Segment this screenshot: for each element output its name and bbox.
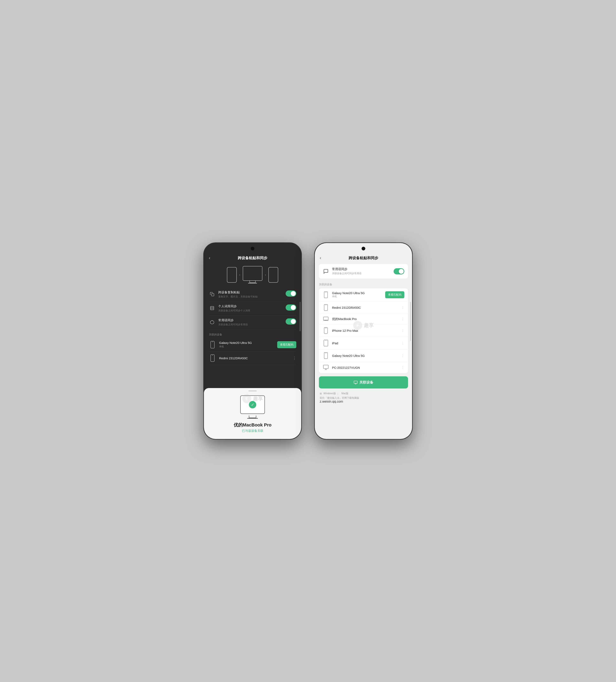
left-phone: ‹ 跨设备粘贴和同步 ‹ ›	[203, 243, 302, 439]
footer-area: ⊞ Windows版 | Mac版 前往「微信输入法」官网下载电脑版 z.wei…	[319, 392, 408, 404]
right-ipad-label: iPad	[332, 341, 398, 345]
left-galaxy-label: Galaxy Note20 Ultra 5G	[219, 341, 274, 344]
windows-label: Windows版	[324, 392, 336, 395]
left-redmi-more-icon[interactable]: ⋮	[292, 356, 296, 360]
svg-rect-11	[324, 304, 328, 311]
right-phone: ‹ 跨设备粘贴和同步 F 趣享 常用语同步	[314, 243, 413, 439]
svg-rect-18	[324, 340, 328, 346]
right-ipad-more-icon[interactable]: ⋮	[401, 341, 404, 345]
footer-note: 前往「微信输入法」官网下载电脑版	[320, 396, 407, 400]
monitor-outline	[243, 266, 262, 281]
svg-point-4	[212, 320, 212, 321]
right-phrase-icon	[323, 268, 329, 275]
footer-url[interactable]: z.weixin.qq.com	[320, 400, 407, 404]
popup-device-status: 已与该设备关联	[209, 429, 296, 433]
right-phone-screen: ‹ 跨设备粘贴和同步 F 趣享 常用语同步	[315, 243, 412, 439]
right-redmi-label: Redmi 2312DRA50C	[332, 306, 398, 309]
right-redmi-more-icon[interactable]: ⋮	[401, 306, 404, 310]
right-phone-notch	[362, 247, 365, 250]
right-pc-label: PC-20221227VUGN	[332, 366, 398, 369]
cross-paste-toggle[interactable]	[286, 291, 296, 297]
right-phrase-card: 常用语同步 关联设备之间可同步常用语	[319, 264, 408, 278]
phone-outline-small2	[268, 267, 278, 283]
svg-rect-9	[324, 292, 328, 298]
left-match-code-button[interactable]: 查看匹配码	[277, 341, 296, 348]
vocab-sync-desc: 关联设备之间可同步个人词库	[218, 309, 283, 313]
popup-monitor-stand	[249, 415, 256, 418]
right-device-list-card: Galaxy Note20 Ultra 5G 本机 查看匹配码	[319, 289, 408, 373]
left-devices-section-label: 关联的设备	[209, 329, 296, 338]
right-device-macbook: 优的MacBook Pro ⋮	[319, 314, 408, 324]
right-iphone-label: iPhone 12 Pro Max	[332, 329, 398, 332]
right-device-ipad: iPad ⋮	[319, 337, 408, 349]
svg-rect-1	[211, 306, 214, 310]
link-device-button[interactable]: 关联设备	[319, 376, 408, 388]
left-header-title: 跨设备粘贴和同步	[238, 255, 267, 260]
right-phone-device-icon	[268, 267, 278, 283]
right-iphone-more-icon[interactable]: ⋮	[401, 329, 404, 333]
right-iphone-name: iPhone 12 Pro Max	[332, 329, 398, 332]
link-device-btn-icon	[354, 381, 358, 385]
left-back-button[interactable]: ‹	[209, 255, 210, 261]
right-galaxy2-label: Galaxy Note20 Ultra 5G	[332, 354, 398, 358]
phones-container: ‹ 跨设备粘贴和同步 ‹ ›	[203, 243, 413, 439]
left-device-redmi: Redmi 2312DRA50C ⋮	[209, 351, 296, 365]
right-pc-more-icon[interactable]: ⋮	[401, 366, 404, 369]
right-macbook-name: 优的MacBook Pro	[332, 317, 398, 321]
phrase-sync-toggle[interactable]	[286, 318, 296, 324]
left-redmi-icon	[209, 354, 216, 362]
right-phrase-toggle[interactable]	[394, 268, 404, 274]
cross-paste-text: 跨设备复制粘贴 复制文字、图片后，关联设备可粘贴	[218, 291, 283, 298]
right-pc-name: PC-20221227VUGN	[332, 366, 398, 369]
right-device-galaxy2: Galaxy Note20 Ultra 5G ⋮	[319, 349, 408, 362]
check-circle-icon: ✓	[249, 401, 256, 408]
right-scrollbar	[410, 302, 411, 341]
left-galaxy-icon	[209, 341, 216, 348]
footer-links: ⊞ Windows版 | Mac版	[320, 392, 407, 395]
right-galaxy-main-label: Galaxy Note20 Ultra 5G	[332, 291, 382, 295]
cross-paste-desc: 复制文字、图片后，关联设备可粘贴	[218, 295, 283, 298]
right-content: 常用语同步 关联设备之间可同步常用语 关联的设备	[315, 264, 412, 404]
left-arrow-icon: ‹	[239, 273, 240, 277]
right-match-code-button[interactable]: 查看匹配码	[385, 291, 404, 298]
svg-rect-0	[212, 294, 214, 296]
monitor-base	[248, 283, 257, 283]
right-galaxy2-icon	[323, 352, 329, 359]
svg-rect-22	[324, 365, 328, 368]
popup-monitor: ✓	[240, 395, 265, 414]
cross-paste-item: 跨设备复制粘贴 复制文字、图片后，关联设备可粘贴	[209, 288, 296, 301]
right-galaxy2-name: Galaxy Note20 Ultra 5G	[332, 354, 398, 358]
right-arrow-icon: ›	[265, 273, 266, 277]
left-device-galaxy: Galaxy Note20 Ultra 5G 本机 查看匹配码	[209, 338, 296, 351]
right-phrase-card-desc: 关联设备之间可同步常用语	[332, 272, 391, 275]
right-back-button[interactable]: ‹	[320, 255, 321, 261]
right-iphone-icon	[323, 327, 329, 334]
mac-label: Mac版	[341, 392, 349, 395]
phrase-sync-text: 常用语同步 关联设备之间可同步常用语	[218, 318, 283, 326]
phone-outline-small	[227, 267, 237, 283]
vocab-sync-label: 个人词库同步	[218, 304, 283, 308]
right-device-galaxy-main: Galaxy Note20 Ultra 5G 本机 查看匹配码	[319, 289, 408, 301]
right-device-iphone: iPhone 12 Pro Max ⋮	[319, 324, 408, 337]
left-phone-device-icon	[227, 267, 237, 283]
right-galaxy2-more-icon[interactable]: ⋮	[401, 354, 404, 358]
vocab-sync-text: 个人词库同步 关联设备之间可同步个人词库	[218, 304, 283, 313]
right-header-title: 跨设备粘贴和同步	[349, 255, 378, 260]
right-macbook-icon	[323, 317, 329, 321]
svg-rect-25	[354, 381, 357, 383]
right-galaxy-main-sub: 本机	[332, 295, 382, 298]
left-bottom-sheet: F 趣享 ✓ 优的MacBook Pro 已与该设备关联	[204, 388, 301, 439]
popup-monitor-base	[247, 418, 258, 419]
right-device-redmi: Redmi 2312DRA50C ⋮	[319, 301, 408, 314]
link-device-btn-label: 关联设备	[359, 380, 373, 385]
right-redmi-name: Redmi 2312DRA50C	[332, 306, 398, 309]
left-redmi-name: Redmi 2312DRA50C	[219, 357, 290, 360]
left-phone-screen: ‹ 跨设备粘贴和同步 ‹ ›	[204, 243, 301, 439]
right-macbook-more-icon[interactable]: ⋮	[401, 317, 404, 321]
sheet-handle	[248, 390, 257, 391]
right-galaxy-main-name: Galaxy Note20 Ultra 5G 本机	[332, 291, 382, 298]
windows-icon: ⊞	[320, 392, 322, 395]
left-galaxy-sub: 本机	[219, 345, 274, 348]
left-galaxy-name: Galaxy Note20 Ultra 5G 本机	[219, 341, 274, 348]
vocab-sync-toggle[interactable]	[286, 304, 296, 311]
